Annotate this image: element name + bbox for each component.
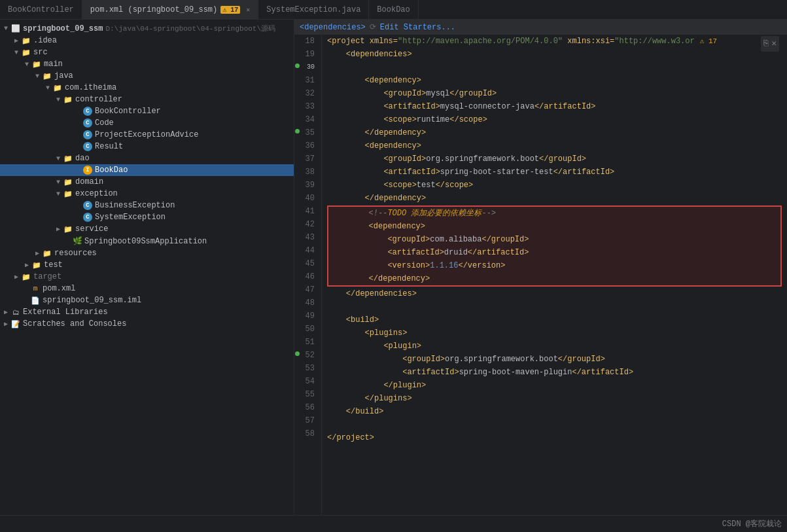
sidebar-item-external-libraries[interactable]: ▶ 🗂 External Libraries	[0, 306, 294, 318]
sidebar-item-main[interactable]: ▼ 📁 main	[0, 58, 294, 70]
code-line-19	[327, 61, 782, 74]
line-num: 34	[294, 113, 317, 126]
line-num: 39	[294, 179, 317, 192]
sidebar-item-test[interactable]: ▶ 📁 test	[0, 259, 294, 271]
sidebar-item-exception[interactable]: ▼ 📁 exception	[0, 188, 294, 200]
sidebar-item-label: resources	[54, 249, 97, 258]
line-num: 41	[294, 205, 317, 218]
line-numbers: 18 19 30 31 32 33 34 35 36 37 38 39 40 4…	[294, 35, 322, 515]
sidebar-item-springboot09ssmapplication[interactable]: 🌿 Springboot09SsmApplication	[0, 235, 294, 247]
sidebar-item-domain[interactable]: ▼ 📁 domain	[0, 176, 294, 188]
sidebar-item-target[interactable]: ▶ 📁 target	[0, 271, 294, 283]
arrow-icon: ▼	[12, 49, 21, 56]
sidebar-item-scratches[interactable]: ▶ 📝 Scratches and Consoles	[0, 318, 294, 330]
folder-icon: 📁	[63, 154, 73, 163]
arrow-icon: ▶	[33, 249, 42, 257]
arrow-icon: ▶	[12, 37, 21, 44]
sidebar-item-result[interactable]: C Result	[0, 141, 294, 152]
sidebar-item-projectexceptionadvice[interactable]: C ProjectExceptionAdvice	[0, 129, 294, 141]
code-line-47	[327, 300, 782, 313]
arrow-icon: ▼	[33, 73, 42, 80]
code-line-42: <groupId>com.alibaba</groupId>	[331, 233, 778, 246]
sidebar-item-businessexception[interactable]: C BusinessException	[0, 200, 294, 211]
editor-content: 18 19 30 31 32 33 34 35 36 37 38 39 40 4…	[294, 35, 787, 515]
line-num: 35	[294, 126, 317, 139]
code-line-40: <!--TODO 添加必要的依赖坐标-->	[331, 207, 778, 220]
close-tab-icon[interactable]: ✕	[246, 6, 250, 14]
folder-icon: 📁	[31, 60, 42, 69]
tag-text: xmlns:xsi=	[563, 35, 614, 48]
sidebar-item-label: src	[33, 48, 48, 57]
iml-icon: 📄	[30, 296, 41, 305]
code-line-43: <artifactId>druid</artifactId>	[331, 246, 778, 259]
code-line-35: <dependency>	[327, 139, 782, 152]
code-line-39: </dependency>	[327, 192, 782, 205]
code-line-52: <artifactId>spring-boot-maven-plugin</ar…	[327, 366, 782, 379]
line-num: 53	[294, 362, 317, 375]
code-line-18: <dependencies>	[327, 48, 782, 61]
main-area: ▼ ⬜ springboot_09_ssm D:\java\04-springb…	[0, 20, 787, 515]
tab-pomxml-label: pom.xml (springboot_09_ssm)	[90, 5, 217, 14]
line-num: 50	[294, 323, 317, 336]
code-line-57: </project>	[327, 431, 782, 444]
folder-icon: 📁	[63, 178, 73, 186]
arrow-icon: ▶	[22, 261, 31, 269]
class-icon: C	[82, 107, 93, 116]
class-icon: C	[82, 201, 93, 210]
watermark-text: CSDN @客院栽论	[722, 518, 782, 529]
line-num: 56	[294, 401, 317, 414]
sidebar-item-resources[interactable]: ▶ 📁 resources	[0, 247, 294, 259]
sidebar-item-label: test	[44, 260, 63, 270]
sidebar-item-code[interactable]: C Code	[0, 117, 294, 129]
sidebar-item-springboot_09_ssm[interactable]: ▼ ⬜ springboot_09_ssm D:\java\04-springb…	[0, 22, 294, 35]
code-line-45: </dependency>	[331, 272, 778, 285]
arrow-icon: ▶	[1, 308, 10, 316]
arrow-icon: ▼	[54, 190, 63, 198]
sidebar-item-java[interactable]: ▼ 📁 java	[0, 70, 294, 82]
sidebar-item-bookdao[interactable]: I BookDao	[0, 164, 294, 176]
code-line-44: <version>1.1.16</version>	[331, 259, 778, 272]
code-content[interactable]: <project xmlns="http://maven.apache.org/…	[322, 35, 787, 515]
sidebar-item-iml[interactable]: 📄 springboot_09_ssm.iml	[0, 294, 294, 306]
code-line-48: <build>	[327, 313, 782, 327]
sidebar-item-label: controller	[75, 95, 122, 104]
value-text: "http://maven.apache.org/POM/4.0.0"	[398, 35, 563, 48]
sidebar-item-label: domain	[75, 177, 103, 186]
sidebar-item-service[interactable]: ▶ 📁 service	[0, 223, 294, 235]
line-num: 33	[294, 100, 317, 113]
tab-systemexception[interactable]: SystemException.java	[258, 0, 369, 19]
arrow-icon: ▶	[1, 320, 10, 328]
edit-starters-link[interactable]: Edit Starters...	[380, 23, 455, 32]
editor-toolbar: <dependencies> ⟳ Edit Starters...	[294, 20, 787, 35]
sidebar-item-idea[interactable]: ▶ 📁 .idea	[0, 35, 294, 46]
code-line-54: </plugins>	[327, 392, 782, 405]
sidebar-item-controller[interactable]: ▼ 📁 controller	[0, 94, 294, 105]
arrow-icon: ▼	[54, 96, 63, 103]
sidebar-item-com-itheima[interactable]: ▼ 📁 com.itheima	[0, 82, 294, 94]
tab-bookcontroller[interactable]: BookController	[0, 0, 82, 19]
sidebar-item-label: BusinessException	[95, 201, 175, 210]
arrow-icon: ▼	[1, 25, 10, 32]
code-line-30: <dependency>	[327, 74, 782, 87]
tab-pomxml[interactable]: pom.xml (springboot_09_ssm) ⚠ 17 ✕	[82, 0, 259, 19]
folder-icon: 📁	[42, 72, 52, 80]
lib-icon: 🗂	[10, 308, 21, 317]
sidebar-item-label: BookController	[95, 107, 161, 116]
sidebar-item-src[interactable]: ▼ 📁 src	[0, 46, 294, 58]
sidebar-item-label: ProjectExceptionAdvice	[95, 130, 198, 139]
code-line-53: </plugin>	[327, 379, 782, 392]
scratch-icon: 📝	[10, 320, 21, 328]
code-line-37: <artifactId>spring-boot-starter-test</ar…	[327, 166, 782, 179]
sidebar-item-systemexception[interactable]: C SystemException	[0, 211, 294, 223]
line-num: 51	[294, 336, 317, 349]
tab-bookdao[interactable]: BookDao	[369, 0, 418, 19]
folder-icon: 📁	[21, 48, 31, 57]
sidebar-item-dao[interactable]: ▼ 📁 dao	[0, 152, 294, 164]
bottom-bar: CSDN @客院栽论	[0, 515, 787, 532]
sidebar-item-label: Scratches and Consoles	[23, 319, 126, 328]
line-num: 30	[294, 61, 317, 74]
dependencies-breadcrumb: <dependencies>	[300, 23, 366, 32]
sidebar-item-bookcontroller[interactable]: C BookController	[0, 105, 294, 117]
tag-text: <project xmlns=	[327, 35, 398, 48]
sidebar-item-pomxml[interactable]: m pom.xml	[0, 283, 294, 294]
